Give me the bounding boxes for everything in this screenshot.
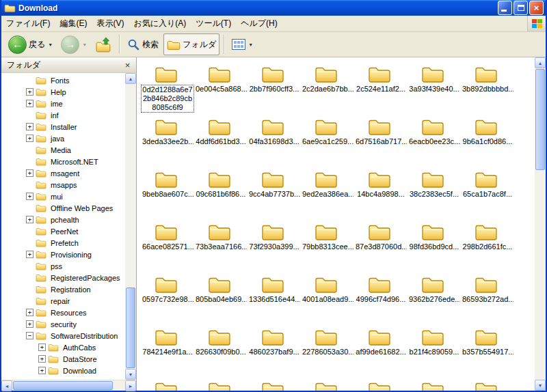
tree-expander-plus-icon[interactable]: + (26, 216, 34, 223)
tree-horizontal-scrollbar[interactable]: ◄ ► (1, 380, 136, 391)
tree-item-label[interactable]: java (49, 134, 66, 143)
folder-item[interactable]: 3a93f439e40... (408, 64, 461, 117)
folder-item[interactable]: 0597c732e98... (141, 275, 194, 327)
tree-item-label[interactable]: msapps (49, 180, 79, 190)
folder-item[interactable]: 6ae9ca1c259... (301, 117, 354, 169)
folder-item[interactable] (301, 380, 354, 391)
folder-item[interactable] (248, 380, 301, 391)
tree-item-label[interactable]: SoftwareDistribution (49, 331, 119, 341)
tree-item-registeredpackages[interactable]: RegisteredPackages (1, 272, 125, 283)
tree-expander-plus-icon[interactable]: + (26, 320, 34, 328)
tree-item-fonts[interactable]: Fonts (1, 74, 125, 86)
main-vertical-scrollbar[interactable]: ▲ ▼ (535, 57, 546, 391)
tree-expander-plus-icon[interactable]: + (26, 135, 34, 142)
tree-item-security[interactable]: +security (1, 318, 125, 330)
tree-item-label[interactable]: Installer (49, 122, 79, 132)
folder-item[interactable] (354, 380, 408, 391)
tree-vertical-scrollbar[interactable]: ▲ ▼ (125, 73, 136, 380)
tree-expander-plus-icon[interactable]: + (26, 169, 34, 177)
folder-item[interactable]: 9b6a1cf0d86... (461, 117, 514, 169)
folder-item[interactable]: 14bc4a9898... (354, 169, 408, 222)
tree-item-pss[interactable]: pss (1, 260, 125, 272)
tree-hscrollbar-thumb[interactable] (13, 381, 113, 390)
tree-item-label[interactable]: ime (49, 99, 64, 109)
folder-item[interactable]: 38c2383ec5f... (408, 169, 461, 222)
folder-item[interactable]: 0e004c5a868... (194, 64, 248, 117)
tree-item-authcabs[interactable]: +AuthCabs (1, 341, 125, 353)
menu-edit[interactable]: 編集(E) (55, 16, 92, 31)
main-scrollbar-thumb[interactable] (535, 69, 545, 170)
tree-item-msapps[interactable]: msapps (1, 179, 125, 191)
search-button[interactable]: 検索 (124, 33, 162, 55)
tree-expander-minus-icon[interactable]: − (26, 332, 34, 339)
tree-item-label[interactable]: msagent (49, 169, 81, 178)
folder-item[interactable]: b21f4c89059... (408, 327, 461, 380)
minimize-icon[interactable] (498, 1, 512, 15)
back-dropdown-icon[interactable]: ▼ (48, 42, 53, 47)
tree-item-media[interactable]: Media (1, 144, 125, 156)
forward-dropdown-icon[interactable]: ▼ (82, 42, 87, 47)
tree-item-inf[interactable]: inf (1, 109, 125, 121)
tree-item-label[interactable]: inf (49, 111, 60, 120)
tree-item-label[interactable]: Offline Web Pages (49, 204, 114, 213)
close-icon[interactable]: × (529, 1, 544, 15)
folder-item[interactable]: 3b892dbbbbd... (461, 64, 514, 117)
folder-item[interactable]: 9362b276ede... (408, 275, 461, 327)
tree-expander-plus-icon[interactable]: + (38, 344, 46, 351)
tree-item-label[interactable]: PeerNet (49, 227, 79, 236)
folder-item[interactable]: af99de61682... (354, 327, 408, 380)
folder-item[interactable]: 04fa31698d3... (248, 117, 301, 169)
folder-item[interactable]: 1336d516e44... (248, 275, 301, 327)
tree-expander-plus-icon[interactable]: + (26, 193, 34, 200)
tree-expander-plus-icon[interactable]: + (38, 367, 46, 374)
tree-item-label[interactable]: DataStore (62, 354, 98, 364)
folder-item[interactable]: 86593b272ad... (461, 275, 514, 327)
folder-item[interactable]: 2c524e11af2... (354, 64, 408, 117)
tree-expander-plus-icon[interactable]: + (38, 355, 46, 363)
maximize-icon[interactable] (513, 1, 528, 15)
tree-item-resources[interactable]: +Resources (1, 307, 125, 318)
menu-tools[interactable]: ツール(T) (191, 16, 236, 31)
tree-item-softwaredistribution[interactable]: −SoftwareDistribution (1, 330, 125, 341)
tree-expander-plus-icon[interactable]: + (26, 251, 34, 258)
tree-item-download[interactable]: +Download (1, 365, 125, 376)
folder-item[interactable]: 09c681b6f86... (194, 169, 248, 222)
folder-item[interactable]: 4860237baf9... (248, 327, 301, 380)
folder-item[interactable]: 9cc4ab7737b... (248, 169, 301, 222)
tree-item-provisioning[interactable]: +Provisioning (1, 249, 125, 260)
folders-button[interactable]: フォルダ (163, 33, 219, 55)
folder-item[interactable]: 0d2d1288a6e72b846b2c89cb8085c6f9 (141, 64, 194, 117)
folder-item[interactable]: 79bb8313cee... (301, 222, 354, 275)
tree-item-mui[interactable]: +mui (1, 191, 125, 202)
tree-item-label[interactable]: RegisteredPackages (49, 273, 122, 283)
folder-item[interactable]: 2c2dae6b7bb... (301, 64, 354, 117)
tree-item-ime[interactable]: +ime (1, 98, 125, 109)
folders-pane-close-icon[interactable]: × (122, 59, 133, 71)
tree-item-label[interactable]: Resources (49, 308, 88, 318)
menu-view[interactable]: 表示(V) (92, 16, 129, 31)
forward-button[interactable]: → ▼ (57, 33, 90, 55)
folder-item[interactable]: 73b3eaa7166... (194, 222, 248, 275)
tree-item-label[interactable]: Registration (49, 285, 92, 294)
folder-item[interactable]: 9beb8ae607c... (141, 169, 194, 222)
tree-scrollbar-thumb[interactable] (126, 288, 135, 368)
views-button[interactable]: ▼ (228, 33, 256, 55)
tree-item-label[interactable]: pchealth (49, 215, 81, 225)
tree-item-label[interactable]: Microsoft.NET (49, 157, 100, 167)
menu-favorites[interactable]: お気に入り(A) (129, 16, 191, 31)
tree-item-peernet[interactable]: PeerNet (1, 225, 125, 237)
folder-item[interactable]: 9ed2ea386ea... (301, 169, 354, 222)
up-button[interactable] (92, 33, 115, 55)
tree-item-repair[interactable]: repair (1, 295, 125, 307)
scroll-down-icon[interactable]: ▼ (535, 380, 546, 391)
tree-item-label[interactable]: Fonts (49, 76, 71, 85)
folder-item[interactable] (194, 380, 248, 391)
tree-item-label[interactable]: Prefetch (49, 238, 80, 248)
tree-expander-plus-icon[interactable]: + (26, 88, 34, 96)
tree-item-label[interactable]: Media (49, 145, 72, 155)
folder-item[interactable] (461, 380, 514, 391)
folder-item[interactable]: b357b554917... (461, 327, 514, 380)
tree-item-java[interactable]: +java (1, 132, 125, 144)
folder-item[interactable]: 298b2d661fc... (461, 222, 514, 275)
folder-item[interactable]: 826630f09b0... (194, 327, 248, 380)
